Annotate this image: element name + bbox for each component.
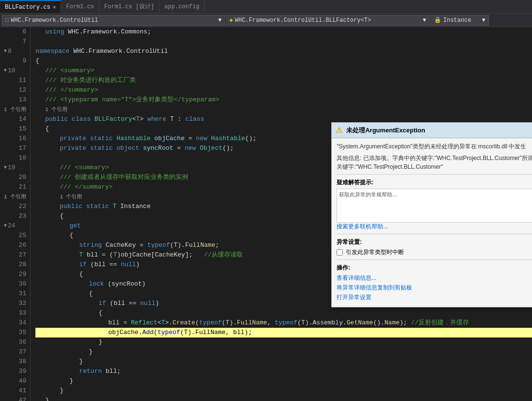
ln31: 31 <box>4 289 26 299</box>
ln17: 17 <box>4 144 26 153</box>
tab-form1-design[interactable]: Form1.cs [设计] <box>99 0 160 13</box>
ln14: 14 <box>4 114 26 124</box>
dialog-body: "System.ArgumentException"类型的未经处理的异常在 ms… <box>332 138 532 307</box>
ln36: 36 <box>4 337 26 347</box>
hint-box: 获取此异常的常规帮助... ▲ ▼ <box>337 189 532 223</box>
ln23: 23 <box>4 211 26 221</box>
ref-line-1: 1 个引用 <box>35 105 532 114</box>
code-line-9: { <box>35 56 532 66</box>
ln13: 13 <box>4 95 26 105</box>
code-line-8: namespace WHC.Framework.ControlUtil <box>35 47 532 56</box>
actions-title: 操作: <box>337 264 532 272</box>
instance-dropdown[interactable]: 🔒 Instance ▼ <box>431 15 489 26</box>
hint-text: 获取此异常的常规帮助... <box>339 192 397 197</box>
ln41: 41 <box>4 386 26 396</box>
ln7: 7 <box>4 37 26 47</box>
code-line-37: } <box>35 347 532 357</box>
namespace-icon: □ <box>5 17 9 24</box>
code-line-40: } <box>35 376 532 386</box>
divider-1 <box>337 174 532 175</box>
ln25: 25 <box>4 231 26 241</box>
divider-3 <box>337 259 532 260</box>
code-line-7 <box>35 37 532 47</box>
action-open-settings[interactable]: 打开异常设置 <box>337 293 532 302</box>
break-on-exception-checkbox[interactable] <box>337 249 343 256</box>
namespace-value: WHC.Framework.ControlUtil <box>11 17 98 24</box>
warning-icon: ⚠ <box>336 126 342 135</box>
editor-container: 6 7 ▼8 9 ▼10 11 12 13 1 个引用 14 15 16 17 … <box>0 27 532 401</box>
tab-appconfig-label: app.config <box>164 3 199 10</box>
ln9: 9 <box>4 56 26 66</box>
ln8: ▼8 <box>4 47 26 56</box>
member-chevron: ▼ <box>423 17 426 24</box>
code-line-11: /// 对业务类进行构造的工厂类 <box>35 76 532 85</box>
action-view-details[interactable]: 查看详细信息... <box>337 274 532 282</box>
code-line-33: { <box>35 308 532 318</box>
line-numbers: 6 7 ▼8 9 ▼10 11 12 13 1 个引用 14 15 16 17 … <box>0 27 31 401</box>
tab-form1-label: Form1.cs <box>66 3 94 10</box>
code-line-35: objCache.Add(typeof(T).FullName, bll); <box>35 328 532 337</box>
ln26: 26 <box>4 241 26 250</box>
dialog-title: 未处理ArgumentException <box>346 126 425 135</box>
tab-bllfactory[interactable]: BLLFactory.cs ✕ <box>0 0 61 13</box>
tab-form1[interactable]: Form1.cs <box>61 0 99 13</box>
tab-appconfig[interactable]: app.config <box>160 0 205 13</box>
code-line-42: } <box>35 396 532 401</box>
ln32: 32 <box>4 299 26 308</box>
ln35: 35 <box>4 328 26 337</box>
ln15: 15 <box>4 124 26 134</box>
hint-title: 疑难解答提示: <box>337 178 532 187</box>
instance-value: Instance <box>443 17 471 24</box>
ln21: 21 <box>4 182 26 192</box>
ln11: 11 <box>4 76 26 85</box>
action-copy-details[interactable]: 将异常详细信息复制到剪贴板 <box>337 284 532 292</box>
ln16: 16 <box>4 134 26 144</box>
nav-bar: □ WHC.Framework.ControlUtil ▼ ◆ WHC.Fram… <box>0 14 532 27</box>
ln38: 38 <box>4 357 26 367</box>
ln37: 37 <box>4 347 26 357</box>
checkbox-row: 引发此异常类型时中断 <box>337 248 532 257</box>
code-line-12: /// </summary> <box>35 85 532 95</box>
ln19: ▼19 <box>4 163 26 173</box>
tabs-bar: BLLFactory.cs ✕ Form1.cs Form1.cs [设计] a… <box>0 0 532 14</box>
ln10: ▼10 <box>4 66 26 76</box>
ln33: 33 <box>4 308 26 318</box>
ln-ref2: 1 个引用 <box>4 192 26 202</box>
close-icon[interactable]: ✕ <box>53 4 56 10</box>
member-dropdown[interactable]: ◆ WHC.Framework.ControlUtil.BLLFactory<T… <box>226 15 430 26</box>
member-value: WHC.Framework.ControlUtil.BLLFactory<T> <box>235 17 371 24</box>
dialog-sub-message: 其他信息: 已添加项。字典中的关键字:"WHC.TestProject.BLL.… <box>337 154 532 171</box>
code-line-6: using WHC.Framework.Commons; <box>35 27 532 37</box>
code-area[interactable]: ➤ using WHC.Framework.Commons; namespace… <box>31 27 532 401</box>
ln40: 40 <box>4 376 26 386</box>
divider-2 <box>337 234 532 234</box>
tab-form1-design-label: Form1.cs [设计] <box>104 2 154 11</box>
code-line-36: } <box>35 337 532 347</box>
instance-icon: 🔒 <box>434 16 441 24</box>
dialog-main-message: "System.ArgumentException"类型的未经处理的异常在 ms… <box>337 142 532 151</box>
exception-dialog: ⚠ 未处理ArgumentException ✕ "System.Argumen… <box>331 122 532 307</box>
ln22: 22 <box>4 202 26 211</box>
ln42: 42 <box>4 396 26 401</box>
ln-ref1: 1 个引用 <box>4 105 26 114</box>
function-icon: ◆ <box>229 16 233 24</box>
namespace-chevron: ▼ <box>218 17 222 24</box>
tab-bllfactory-label: BLLFactory.cs <box>5 4 50 11</box>
code-line-13: /// <typeparam name="T">业务对象类型</typepara… <box>35 95 532 105</box>
ln28: 28 <box>4 260 26 270</box>
instance-chevron: ▼ <box>482 17 485 24</box>
ln18: 18 <box>4 153 26 163</box>
ln30: 30 <box>4 279 26 289</box>
ln29: 29 <box>4 270 26 279</box>
code-line-10: /// <summary> <box>35 66 532 76</box>
ln34: 34 <box>4 318 26 328</box>
ln27: 27 <box>4 250 26 260</box>
code-line-34: bll = Reflect<T>.Create(typeof(T).FullNa… <box>35 318 532 328</box>
code-line-39: return bll; <box>35 367 532 376</box>
checkbox-label: 引发此异常类型时中断 <box>346 248 404 257</box>
ln6: 6 <box>4 27 26 37</box>
code-line-38: } <box>35 357 532 367</box>
namespace-dropdown[interactable]: □ WHC.Framework.ControlUtil ▼ <box>2 15 225 26</box>
search-link[interactable]: 搜索更多联机帮助... <box>337 223 388 230</box>
code-line-41: } <box>35 386 532 396</box>
